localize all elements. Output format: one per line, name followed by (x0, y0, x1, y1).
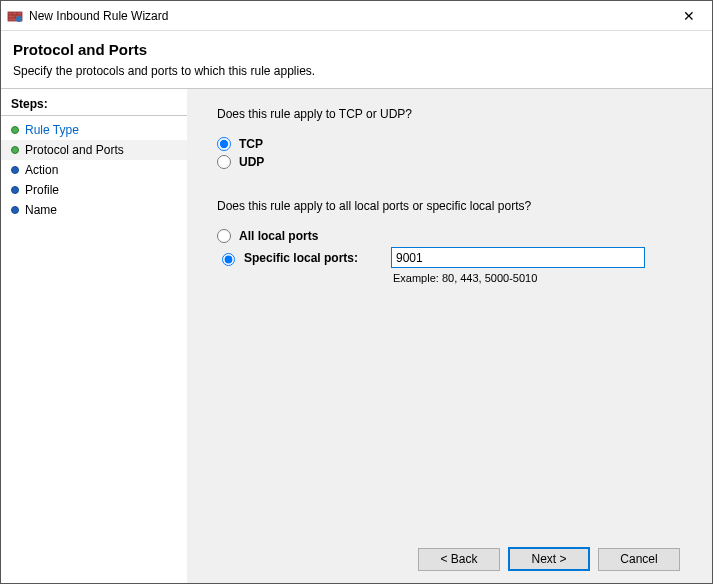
ports-radio-group: All local ports Specific local ports: Ex… (217, 227, 694, 284)
bullet-icon (11, 186, 19, 194)
wizard-footer: < Back Next > Cancel (217, 535, 694, 583)
bullet-icon (11, 146, 19, 154)
question-ports: Does this rule apply to all local ports … (217, 199, 694, 213)
radio-tcp[interactable] (217, 137, 231, 151)
radio-udp-label: UDP (239, 155, 264, 169)
page-subtitle: Specify the protocols and ports to which… (13, 64, 700, 78)
bullet-icon (11, 206, 19, 214)
ports-example: Example: 80, 443, 5000-5010 (393, 272, 694, 284)
wizard-window: New Inbound Rule Wizard ✕ Protocol and P… (0, 0, 713, 584)
radio-specific-ports[interactable] (222, 253, 235, 266)
question-protocol: Does this rule apply to TCP or UDP? (217, 107, 694, 121)
radio-specific-ports-label: Specific local ports: (244, 251, 358, 265)
bullet-icon (11, 166, 19, 174)
step-label: Action (25, 163, 58, 177)
step-rule-type[interactable]: Rule Type (1, 120, 187, 140)
wizard-body: Steps: Rule Type Protocol and Ports Acti… (1, 89, 712, 583)
cancel-button[interactable]: Cancel (598, 548, 680, 571)
step-profile[interactable]: Profile (1, 180, 187, 200)
window-title: New Inbound Rule Wizard (29, 9, 168, 23)
radio-all-ports[interactable] (217, 229, 231, 243)
step-label: Name (25, 203, 57, 217)
step-protocol-and-ports[interactable]: Protocol and Ports (1, 140, 187, 160)
radio-row-udp[interactable]: UDP (217, 155, 694, 169)
steps-sidebar: Steps: Rule Type Protocol and Ports Acti… (1, 89, 187, 583)
specific-ports-input[interactable] (391, 247, 645, 268)
content-spacer (217, 290, 694, 535)
steps-label: Steps: (1, 95, 187, 116)
firewall-icon (7, 8, 23, 24)
radio-tcp-label: TCP (239, 137, 263, 151)
titlebar: New Inbound Rule Wizard ✕ (1, 1, 712, 31)
svg-point-6 (16, 16, 22, 22)
wizard-content: Does this rule apply to TCP or UDP? TCP … (187, 89, 712, 583)
step-name[interactable]: Name (1, 200, 187, 220)
step-label: Protocol and Ports (25, 143, 124, 157)
step-label: Rule Type (25, 123, 79, 137)
step-action[interactable]: Action (1, 160, 187, 180)
next-button[interactable]: Next > (508, 547, 590, 571)
radio-row-tcp[interactable]: TCP (217, 137, 694, 151)
radio-udp[interactable] (217, 155, 231, 169)
page-title: Protocol and Ports (13, 41, 700, 58)
radio-row-specific-ports[interactable]: Specific local ports: (217, 247, 694, 268)
protocol-radio-group: TCP UDP (217, 135, 694, 173)
step-label: Profile (25, 183, 59, 197)
close-button[interactable]: ✕ (666, 1, 712, 31)
radio-row-all-ports[interactable]: All local ports (217, 229, 694, 243)
back-button[interactable]: < Back (418, 548, 500, 571)
radio-all-ports-label: All local ports (239, 229, 318, 243)
page-header: Protocol and Ports Specify the protocols… (1, 31, 712, 88)
close-icon: ✕ (683, 8, 695, 24)
bullet-icon (11, 126, 19, 134)
